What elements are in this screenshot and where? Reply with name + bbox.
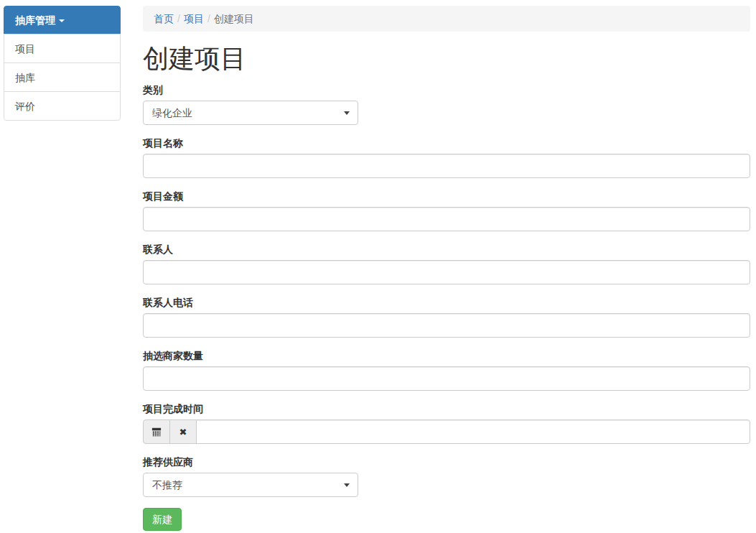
- recommended-supplier-label: 推荐供应商: [143, 455, 750, 469]
- project-name-label: 项目名称: [143, 136, 750, 150]
- sidebar-item-label: 评价: [15, 101, 35, 112]
- breadcrumb: 首页/项目/创建项目: [143, 6, 750, 32]
- sidebar-item-label: 项目: [15, 43, 35, 55]
- project-amount-input[interactable]: [143, 207, 750, 231]
- sidebar-dropdown-label: 抽库管理: [15, 14, 55, 26]
- sidebar-dropdown-pool-management[interactable]: 抽库管理: [4, 6, 121, 34]
- category-select[interactable]: 绿化企业: [143, 101, 358, 125]
- recommended-supplier-select[interactable]: 不推荐: [143, 473, 358, 497]
- form-group-category: 类别 绿化企业: [143, 83, 750, 125]
- form-group-project-amount: 项目金额: [143, 189, 750, 231]
- contact-input[interactable]: [143, 260, 750, 284]
- merchant-count-input[interactable]: [143, 366, 750, 391]
- recommended-supplier-select-wrap: 不推荐: [143, 473, 358, 497]
- contact-label: 联系人: [143, 242, 750, 256]
- sidebar-item-label: 抽库: [15, 72, 35, 83]
- project-amount-label: 项目金额: [143, 189, 750, 203]
- caret-down-icon: [59, 19, 65, 22]
- project-name-input[interactable]: [143, 154, 750, 178]
- completion-time-label: 项目完成时间: [143, 402, 750, 416]
- form-group-merchant-count: 抽选商家数量: [143, 348, 750, 391]
- sidebar-item-project[interactable]: 项目: [4, 34, 121, 63]
- sidebar: 抽库管理 项目 抽库 评价: [4, 6, 121, 121]
- page-title: 创建项目: [143, 45, 750, 73]
- completion-time-input-group: ✖: [143, 420, 750, 444]
- contact-phone-input[interactable]: [143, 313, 750, 338]
- contact-phone-label: 联系人电话: [143, 295, 750, 310]
- form-group-project-name: 项目名称: [143, 136, 750, 178]
- merchant-count-label: 抽选商家数量: [143, 348, 750, 363]
- create-button[interactable]: 新建: [143, 508, 182, 531]
- form-group-recommended-supplier: 推荐供应商 不推荐: [143, 455, 750, 497]
- breadcrumb-separator: /: [204, 13, 214, 24]
- category-label: 类别: [143, 83, 750, 97]
- clear-icon: ✖: [179, 427, 187, 437]
- calendar-button[interactable]: [143, 420, 170, 444]
- form-group-contact-phone: 联系人电话: [143, 295, 750, 338]
- form-group-contact: 联系人: [143, 242, 750, 284]
- form-group-completion-time: 项目完成时间: [143, 402, 750, 444]
- calendar-icon: [151, 427, 162, 437]
- sidebar-item-review[interactable]: 评价: [4, 91, 121, 121]
- clear-date-button[interactable]: ✖: [169, 420, 197, 444]
- breadcrumb-link-home[interactable]: 首页: [154, 13, 174, 24]
- sidebar-item-pool[interactable]: 抽库: [4, 62, 121, 92]
- breadcrumb-separator: /: [174, 13, 184, 24]
- breadcrumb-link-project[interactable]: 项目: [184, 13, 204, 24]
- breadcrumb-current: 创建项目: [214, 13, 254, 24]
- main-content: 首页/项目/创建项目 创建项目 类别 绿化企业 项目名称 项目金额 联系人 联系…: [143, 6, 750, 531]
- completion-time-input[interactable]: [196, 420, 750, 444]
- category-select-wrap: 绿化企业: [143, 101, 358, 125]
